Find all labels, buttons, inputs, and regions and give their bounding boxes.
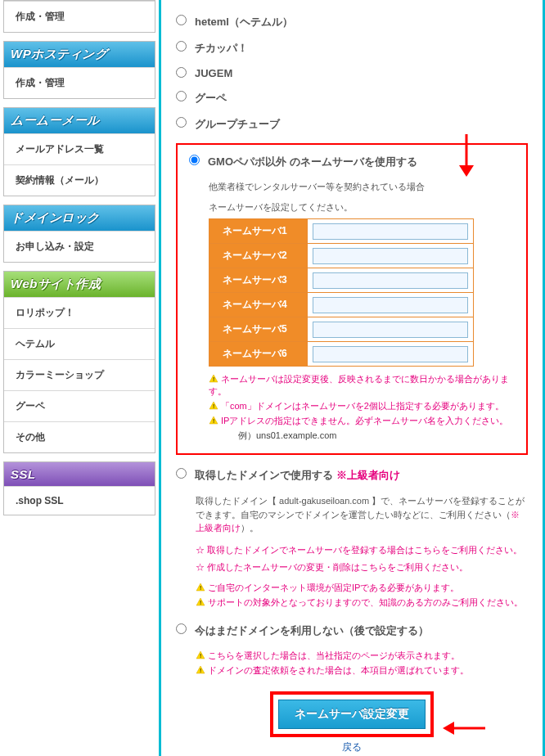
sidebar-item[interactable]: メールアドレス一覧: [4, 133, 155, 164]
provider-label: JUGEM: [195, 67, 232, 79]
warning-icon: !: [209, 374, 218, 384]
side-group: Webサイト作成 ロリポップ！ ヘテムル カラーミーショップ グーペ その他: [3, 271, 155, 453]
svg-text:!: !: [200, 584, 201, 592]
submit-highlight-box: ネームサーバ設定変更: [270, 691, 434, 737]
radio-input[interactable]: [176, 468, 187, 479]
side-group: 作成・管理: [3, 0, 155, 33]
ns-label: ネームサーバ4: [209, 293, 308, 317]
ns-input-5[interactable]: [313, 322, 468, 338]
own-domain-desc: 取得したドメイン【 adult-gakuseiloan.com 】で、ネームサー…: [196, 494, 528, 535]
ns-label: ネームサーバ3: [209, 268, 308, 293]
sidebar-header: SSL: [4, 462, 155, 486]
ns-input-2[interactable]: [313, 248, 468, 264]
external-ns-label: GMOペパボ以外 のネームサーバを使用する: [208, 155, 417, 169]
radio-input[interactable]: [176, 91, 187, 101]
ns-label: ネームサーバ1: [209, 219, 308, 244]
back-link[interactable]: 戻る: [176, 740, 528, 754]
ns-label: ネームサーバ6: [209, 342, 308, 367]
provider-label: チカッパ！: [195, 41, 248, 56]
submit-button[interactable]: ネームサーバ設定変更: [278, 700, 426, 729]
own-domain-option[interactable]: 取得したドメインで使用する ※上級者向け: [176, 468, 528, 483]
ns-input-4[interactable]: [313, 297, 468, 313]
ns-input-3[interactable]: [313, 272, 468, 289]
warn-item: !ご自宅のインターネット環境が固定IPである必要があります。: [196, 582, 528, 594]
warn-list: !こちらを選択した場合は、当社指定のページが表示されます。 !ドメインの査定依頼…: [196, 650, 528, 677]
svg-text:!: !: [200, 652, 201, 659]
svg-text:!: !: [213, 376, 214, 383]
provider-option[interactable]: グループチューブ: [176, 117, 528, 132]
side-group: WPホスティング 作成・管理: [3, 41, 155, 99]
provider-label: グループチューブ: [195, 117, 280, 132]
warning-icon: !: [196, 650, 205, 660]
sidebar-header: ドメインロック: [4, 205, 155, 231]
no-use-option[interactable]: 今はまだドメインを利用しない（後で設定する）: [176, 623, 528, 638]
radio-input[interactable]: [176, 117, 187, 128]
warn-item: !こちらを選択した場合は、当社指定のページが表示されます。: [196, 650, 528, 662]
warning-icon: !: [196, 665, 205, 675]
external-ns-subnote: 他業者様でレンタルサーバー等を契約されている場合: [209, 181, 515, 193]
sidebar-item[interactable]: 作成・管理: [4, 1, 155, 32]
side-group: ムームーメール メールアドレス一覧 契約情報（メール）: [3, 107, 155, 196]
own-domain-label: 取得したドメインで使用する ※上級者向け: [195, 468, 400, 483]
sidebar-header: ムームーメール: [4, 108, 155, 133]
svg-text:!: !: [200, 667, 201, 674]
svg-text:!: !: [200, 599, 201, 606]
ns-input-6[interactable]: [313, 346, 468, 362]
external-ns-box: GMOペパボ以外 のネームサーバを使用する 他業者様でレンタルサーバー等を契約さ…: [176, 143, 528, 455]
sidebar-item[interactable]: ヘテムル: [4, 328, 155, 359]
warning-icon: !: [209, 416, 218, 425]
warn-list: !ご自宅のインターネット環境が固定IPである必要があります。 !サポートの対象外…: [196, 582, 528, 609]
radio-input[interactable]: [176, 623, 187, 634]
info-line: ☆ 作成したネームサーバの変更・削除はこちらをご利用ください。: [196, 560, 528, 575]
svg-text:!: !: [213, 403, 214, 410]
radio-input[interactable]: [176, 41, 187, 52]
warning-icon: !: [209, 401, 218, 411]
main-content: heteml（ヘテムル） チカッパ！ JUGEM グーペ グループチューブ GM…: [159, 0, 545, 756]
radio-input[interactable]: [176, 15, 187, 25]
warning-icon: !: [196, 597, 205, 607]
external-ns-option[interactable]: GMOペパボ以外 のネームサーバを使用する: [189, 155, 515, 169]
sidebar-item[interactable]: グーペ: [4, 390, 155, 421]
warn-item: !「com」ドメインはネームサーバを2個以上指定する必要があります。: [209, 400, 515, 412]
radio-input[interactable]: [176, 67, 187, 78]
sidebar-item[interactable]: 契約情報（メール）: [4, 164, 155, 196]
sidebar: 作成・管理 WPホスティング 作成・管理 ムームーメール メールアドレス一覧 契…: [0, 0, 159, 756]
sidebar-item[interactable]: お申し込み・設定: [4, 231, 155, 262]
provider-label: heteml（ヘテムル）: [195, 15, 293, 29]
no-use-label: 今はまだドメインを利用しない（後で設定する）: [195, 623, 429, 638]
radio-input[interactable]: [189, 155, 200, 165]
warn-item: !ドメインの査定依頼をされた場合は、本項目が選ばれています。: [196, 664, 528, 677]
warn-item: !IPアドレスの指定はできません。必ずネームサーバ名を入力ください。: [209, 415, 515, 427]
svg-text:!: !: [213, 417, 214, 425]
sidebar-item[interactable]: カラーミーショップ: [4, 359, 155, 390]
sidebar-item[interactable]: .shop SSL: [4, 486, 155, 515]
warn-list: !ネームサーバは設定変更後、反映されるまでに数日かかる場合があります。 !「co…: [209, 373, 515, 442]
svg-marker-17: [443, 722, 454, 735]
sidebar-item[interactable]: ロリポップ！: [4, 297, 155, 328]
warning-icon: !: [196, 583, 205, 592]
sidebar-item[interactable]: 作成・管理: [4, 67, 155, 98]
ns-input-1[interactable]: [313, 223, 468, 240]
arrow-left-icon: [441, 719, 487, 740]
side-group: SSL .shop SSL: [3, 461, 155, 515]
info-line: ☆ 取得したドメインでネームサーバを登録する場合はこちらをご利用ください。: [196, 543, 528, 558]
provider-option[interactable]: グーペ: [176, 91, 528, 106]
external-ns-instruction: ネームサーバを設定してください。: [209, 201, 515, 214]
warn-item: !ネームサーバは設定変更後、反映されるまでに数日かかる場合があります。: [209, 373, 515, 398]
sidebar-header: WPホスティング: [4, 42, 155, 67]
provider-option[interactable]: heteml（ヘテムル）: [176, 15, 528, 29]
sidebar-header: Webサイト作成: [4, 272, 155, 297]
side-group: ドメインロック お申し込み・設定: [3, 205, 155, 263]
provider-option[interactable]: JUGEM: [176, 67, 528, 79]
ns-label: ネームサーバ2: [209, 244, 308, 268]
sidebar-item[interactable]: その他: [4, 421, 155, 452]
warn-item: !サポートの対象外となっておりますので、知識のある方のみご利用ください。: [196, 596, 528, 609]
ns-label: ネームサーバ5: [209, 317, 308, 342]
provider-option[interactable]: チカッパ！: [176, 41, 528, 56]
provider-label: グーペ: [195, 91, 227, 106]
example-text: 例）uns01.example.com: [238, 430, 515, 442]
nameserver-table: ネームサーバ1 ネームサーバ2 ネームサーバ3 ネームサーバ4 ネームサーバ5 …: [209, 218, 474, 367]
